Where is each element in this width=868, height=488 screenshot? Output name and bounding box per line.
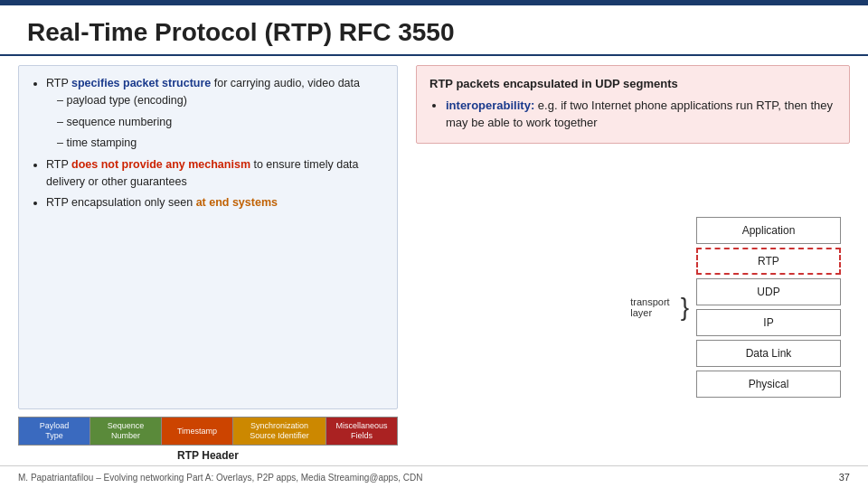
slide: Real-Time Protocol (RTP) RFC 3550 RTP sp… (0, 0, 868, 488)
content-area: RTP specifies packet structure for carry… (0, 56, 868, 462)
layer-udp: UDP (696, 278, 841, 305)
rtp-cell-timestamp: Timestamp (162, 418, 233, 445)
layer-ip: IP (696, 309, 841, 336)
highlight-packet-structure: specifies packet structure (71, 77, 211, 89)
layer-rtp: RTP (696, 248, 841, 275)
sub-bullet-sequence: sequence numbering (57, 114, 384, 131)
highlight-end-systems: at end systems (196, 196, 278, 209)
bullet-box: RTP specifies packet structure for carry… (18, 65, 398, 409)
rtp-header-label: RTP Header (177, 449, 239, 462)
rtp-cell-payload: PayloadType (19, 418, 90, 445)
rtp-cell-sync: SynchronizationSource Identifier (233, 418, 326, 445)
right-panel: RTP packets encapsulated in UDP segments… (416, 65, 850, 462)
layer-physical: Physical (696, 371, 841, 398)
footer: M. Papatriantafilou – Evolving networkin… (0, 465, 868, 488)
sub-bullet-time: time stamping (57, 135, 384, 152)
highlight-interoperability: interoperability: (446, 99, 534, 112)
stack-area: transportlayer } Application RTP UDP IP … (416, 153, 850, 463)
highlight-no-mechanism: does not provide any mechanism (71, 158, 250, 171)
bullet-1: RTP specifies packet structure for carry… (46, 75, 384, 153)
rtp-header-area: PayloadType SequenceNumber Timestamp Syn… (18, 417, 398, 462)
rtp-header-table: PayloadType SequenceNumber Timestamp Syn… (18, 417, 398, 446)
pink-box-title: RTP packets encapsulated in UDP segments (429, 75, 836, 93)
page-number: 37 (839, 472, 850, 483)
transport-brace: } (681, 278, 689, 336)
pink-bullet-1: interoperability: e.g. if two Internet p… (446, 97, 836, 132)
left-panel: RTP specifies packet structure for carry… (18, 65, 398, 462)
protocol-stack: Application RTP UDP IP Data Link Physica… (696, 217, 841, 398)
footer-credit: M. Papatriantafilou – Evolving networkin… (18, 473, 422, 483)
rtp-cell-sequence: SequenceNumber (90, 418, 162, 445)
pink-info-box: RTP packets encapsulated in UDP segments… (416, 65, 850, 144)
transport-layer-label: transportlayer (630, 278, 673, 336)
layer-datalink: Data Link (696, 340, 841, 367)
layer-application: Application (696, 217, 841, 244)
rtp-cell-misc: MiscellaneousFields (326, 418, 397, 445)
title-area: Real-Time Protocol (RTP) RFC 3550 (0, 5, 868, 56)
slide-title: Real-Time Protocol (RTP) RFC 3550 (27, 18, 454, 46)
bullet-3: RTP encapsulation only seen at end syste… (46, 194, 384, 211)
stack-label-col: transportlayer (630, 278, 673, 336)
bullet-2: RTP does not provide any mechanism to en… (46, 156, 384, 192)
sub-bullet-payload: payload type (encoding) (57, 92, 384, 109)
